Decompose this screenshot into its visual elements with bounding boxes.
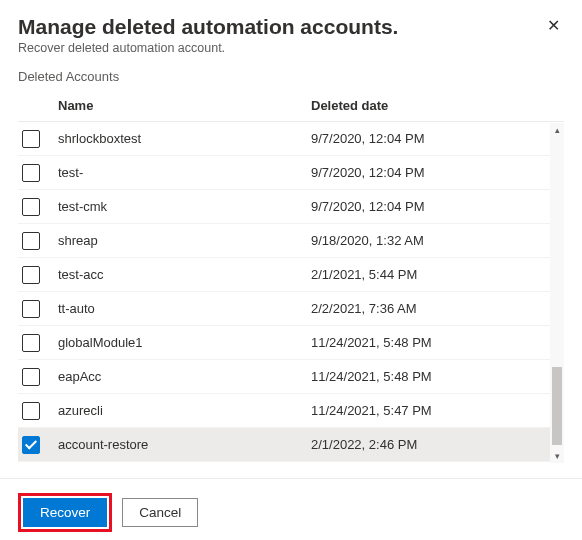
scrollbar-thumb[interactable]: [552, 367, 562, 445]
row-name: eapAcc: [56, 369, 311, 384]
row-name: account-restore: [56, 437, 311, 452]
row-checkbox[interactable]: [22, 402, 40, 420]
table-row[interactable]: account-restore2/1/2022, 2:46 PM: [18, 428, 564, 462]
section-label: Deleted Accounts: [18, 69, 564, 84]
recover-highlight: Recover: [18, 493, 112, 532]
row-checkbox[interactable]: [22, 436, 40, 454]
row-date: 9/7/2020, 12:04 PM: [311, 165, 564, 180]
row-date: 2/1/2021, 5:44 PM: [311, 267, 564, 282]
row-date: 9/18/2020, 1:32 AM: [311, 233, 564, 248]
row-checkbox[interactable]: [22, 198, 40, 216]
scroll-down-arrow-icon[interactable]: ▾: [550, 449, 564, 463]
row-name: globalModule1: [56, 335, 311, 350]
row-name: test-cmk: [56, 199, 311, 214]
row-checkbox[interactable]: [22, 266, 40, 284]
row-date: 2/2/2021, 7:36 AM: [311, 301, 564, 316]
row-date: 11/24/2021, 5:47 PM: [311, 403, 564, 418]
row-checkbox[interactable]: [22, 232, 40, 250]
row-name: shreap: [56, 233, 311, 248]
table-row[interactable]: test-acc2/1/2021, 5:44 PM: [18, 258, 564, 292]
table-row[interactable]: eapAcc11/24/2021, 5:48 PM: [18, 360, 564, 394]
column-header-name[interactable]: Name: [56, 98, 311, 113]
table-row[interactable]: shrlockboxtest9/7/2020, 12:04 PM: [18, 122, 564, 156]
row-checkbox[interactable]: [22, 130, 40, 148]
row-date: 2/1/2022, 2:46 PM: [311, 437, 564, 452]
page-title: Manage deleted automation accounts.: [18, 14, 398, 39]
table-row[interactable]: azurecli11/24/2021, 5:47 PM: [18, 394, 564, 428]
row-name: test-acc: [56, 267, 311, 282]
row-name: tt-auto: [56, 301, 311, 316]
cancel-button[interactable]: Cancel: [122, 498, 198, 527]
row-date: 9/7/2020, 12:04 PM: [311, 199, 564, 214]
row-checkbox[interactable]: [22, 164, 40, 182]
scroll-up-arrow-icon[interactable]: ▴: [550, 123, 564, 137]
table-row[interactable]: test-cmk9/7/2020, 12:04 PM: [18, 190, 564, 224]
row-date: 11/24/2021, 5:48 PM: [311, 369, 564, 384]
row-name: shrlockboxtest: [56, 131, 311, 146]
page-subtitle: Recover deleted automation account.: [18, 41, 564, 55]
table-row[interactable]: globalModule111/24/2021, 5:48 PM: [18, 326, 564, 360]
row-checkbox[interactable]: [22, 300, 40, 318]
row-name: azurecli: [56, 403, 311, 418]
row-checkbox[interactable]: [22, 368, 40, 386]
recover-button[interactable]: Recover: [23, 498, 107, 527]
row-name: test-: [56, 165, 311, 180]
table-row[interactable]: test-9/7/2020, 12:04 PM: [18, 156, 564, 190]
table-row[interactable]: tt-auto2/2/2021, 7:36 AM: [18, 292, 564, 326]
scrollbar[interactable]: ▴ ▾: [550, 123, 564, 463]
row-checkbox[interactable]: [22, 334, 40, 352]
row-date: 9/7/2020, 12:04 PM: [311, 131, 564, 146]
column-header-date[interactable]: Deleted date: [311, 98, 564, 113]
row-date: 11/24/2021, 5:48 PM: [311, 335, 564, 350]
table-row[interactable]: shreap9/18/2020, 1:32 AM: [18, 224, 564, 258]
close-icon[interactable]: ✕: [543, 14, 564, 37]
deleted-accounts-table: Name Deleted date shrlockboxtest9/7/2020…: [18, 90, 564, 462]
